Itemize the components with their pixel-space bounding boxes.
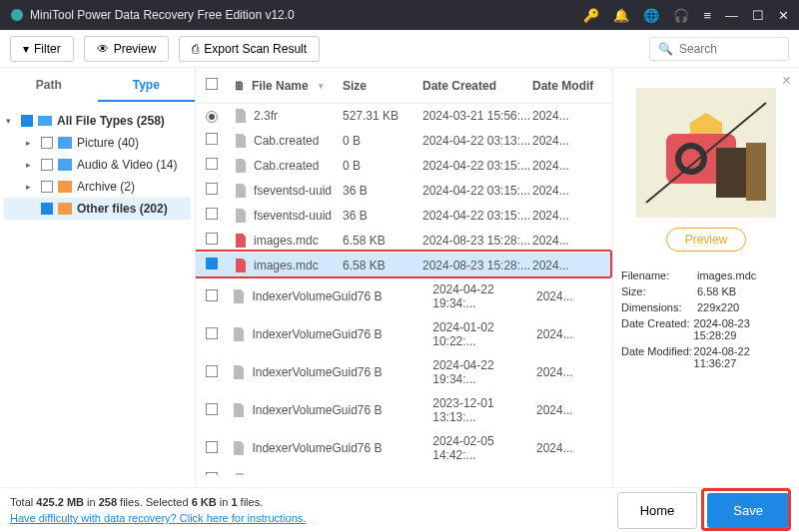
file-modified: 2024... xyxy=(532,159,602,173)
col-created[interactable]: Date Created xyxy=(422,79,532,93)
file-modified: 2024... xyxy=(536,365,602,379)
checkbox[interactable] xyxy=(206,365,218,377)
table-row[interactable]: Cab.created0 B2024-04-22 03:15:...2024..… xyxy=(196,153,612,178)
export-button[interactable]: ⎙ Export Scan Result xyxy=(179,36,320,62)
help-link[interactable]: Have difficulty with data recovery? Clic… xyxy=(10,512,306,524)
chevron-down-icon[interactable]: ▾ xyxy=(6,116,16,126)
checkbox[interactable] xyxy=(206,472,218,475)
checkbox[interactable] xyxy=(206,327,218,339)
file-icon xyxy=(232,403,246,417)
file-icon xyxy=(234,184,248,198)
tree-audio[interactable]: ▸ Audio & Video (14) xyxy=(4,154,191,176)
table-row[interactable]: images.mdc6.58 KB2024-08-23 15:28:...202… xyxy=(196,228,612,253)
export-label: Export Scan Result xyxy=(204,42,307,56)
chevron-right-icon[interactable]: ▸ xyxy=(26,182,36,192)
table-row[interactable]: IndexerVolumeGuid76 B2024-02-05 14:42:..… xyxy=(196,429,612,467)
checkbox[interactable] xyxy=(206,158,218,170)
checkbox[interactable] xyxy=(206,233,218,245)
sidebar: Path Type ▾ All File Types (258) ▸ Pictu… xyxy=(0,68,196,487)
file-modified: 2024... xyxy=(536,327,602,341)
file-created: 2024-01-02 10:22:... xyxy=(432,320,536,348)
file-icon xyxy=(234,159,248,173)
checkbox[interactable] xyxy=(206,403,218,415)
checkbox[interactable] xyxy=(41,137,53,149)
checkbox[interactable] xyxy=(206,441,218,453)
file-size: 36 B xyxy=(343,209,422,223)
file-name: IndexerVolumeGuid xyxy=(252,403,357,417)
minimize-icon[interactable]: — xyxy=(725,8,738,23)
meta-key: Size: xyxy=(621,285,697,297)
sort-indicator-icon[interactable]: ▾ xyxy=(319,81,324,91)
file-name: Cab.created xyxy=(254,134,319,148)
table-row[interactable]: IndexerVolumeGuid76 B2024-04-22 19:34:..… xyxy=(196,353,612,391)
table-row[interactable]: IndexerVolumeGuid76 B2024-01-02 10:22:..… xyxy=(196,315,612,353)
table-row[interactable]: fseventsd-uuid36 B2024-04-22 03:15:...20… xyxy=(196,178,612,203)
preview-button[interactable]: 👁 Preview xyxy=(84,36,170,62)
checkbox[interactable] xyxy=(206,183,218,195)
svg-point-0 xyxy=(11,9,23,21)
col-modif[interactable]: Date Modif xyxy=(532,79,602,93)
chevron-right-icon[interactable]: ▸ xyxy=(26,160,36,170)
file-icon xyxy=(232,441,246,455)
table-row[interactable]: fseventsd-uuid36 B2024-04-22 03:15:...20… xyxy=(196,203,612,228)
home-button[interactable]: Home xyxy=(617,492,698,529)
search-icon: 🔍 xyxy=(658,42,673,56)
table-row[interactable]: 2.3fr527.31 KB2024-03-21 15:56:...2024..… xyxy=(196,104,612,128)
close-icon[interactable]: ✕ xyxy=(778,8,789,23)
tree-picture[interactable]: ▸ Picture (40) xyxy=(4,132,191,154)
close-preview-icon[interactable]: × xyxy=(782,72,791,90)
archive-icon xyxy=(58,181,72,193)
chevron-right-icon[interactable]: ▸ xyxy=(26,138,36,148)
svg-rect-2 xyxy=(58,137,72,149)
key-icon[interactable]: 🔑 xyxy=(583,8,599,23)
checkbox[interactable] xyxy=(41,159,53,171)
meta-value: 6.58 KB xyxy=(697,285,736,297)
table-row[interactable]: IndexerVolumeGuid76 B2024-04-22 19:34:..… xyxy=(196,277,612,315)
col-name[interactable]: File Name xyxy=(252,79,309,93)
checkbox[interactable] xyxy=(41,181,53,193)
search-input[interactable] xyxy=(679,42,780,56)
checkbox[interactable] xyxy=(41,203,53,215)
checkbox[interactable] xyxy=(206,289,218,301)
table-row[interactable]: indexState28 B2024-04-22 03:13:...2024..… xyxy=(196,467,612,475)
tree-label: Picture (40) xyxy=(77,136,139,150)
tree-all-file-types[interactable]: ▾ All File Types (258) xyxy=(4,110,191,132)
meta-key: Date Modified: xyxy=(621,345,694,369)
checkbox[interactable] xyxy=(206,208,218,220)
bell-icon[interactable]: 🔔 xyxy=(613,8,629,23)
table-row[interactable]: IndexerVolumeGuid76 B2023-12-01 13:13:..… xyxy=(196,391,612,429)
tree-label: Other files (202) xyxy=(77,202,168,216)
maximize-icon[interactable]: ☐ xyxy=(752,8,764,23)
checkbox[interactable] xyxy=(21,115,33,127)
search-box[interactable]: 🔍 xyxy=(649,37,789,61)
file-icon xyxy=(234,234,248,248)
file-icon xyxy=(234,209,248,223)
globe-icon[interactable]: 🌐 xyxy=(643,8,659,23)
file-list-header: 🗎File Name▾ Size Date Created Date Modif xyxy=(196,68,612,104)
file-name: Cab.created xyxy=(254,159,319,173)
titlebar: MiniTool Power Data Recovery Free Editio… xyxy=(0,0,799,30)
filter-button[interactable]: ▾ Filter xyxy=(10,36,74,62)
checkbox[interactable] xyxy=(206,133,218,145)
file-icon xyxy=(232,327,246,341)
headset-icon[interactable]: 🎧 xyxy=(673,8,689,23)
tree-other-files[interactable]: Other files (202) xyxy=(4,198,191,220)
tab-type[interactable]: Type xyxy=(98,70,196,102)
file-icon xyxy=(234,259,248,272)
menu-icon[interactable]: ≡ xyxy=(703,8,711,23)
tree-archive[interactable]: ▸ Archive (2) xyxy=(4,176,191,198)
col-size[interactable]: Size xyxy=(343,79,422,93)
save-button[interactable]: Save xyxy=(707,493,789,528)
footer: Total 425.2 MB in 258 files. Selected 6 … xyxy=(0,487,799,532)
table-row[interactable]: images.mdc6.58 KB2024-08-23 15:28:...202… xyxy=(196,253,612,277)
table-row[interactable]: Cab.created0 B2024-04-22 03:13:...2024..… xyxy=(196,128,612,153)
tab-path[interactable]: Path xyxy=(0,70,98,102)
checkbox[interactable] xyxy=(206,258,218,269)
svg-rect-12 xyxy=(746,143,766,201)
preview-thumbnail xyxy=(636,88,776,218)
file-icon xyxy=(234,109,248,123)
file-created: 2024-08-23 15:28:... xyxy=(422,259,532,272)
file-name: IndexerVolumeGuid xyxy=(252,365,357,379)
select-all-checkbox[interactable] xyxy=(206,78,218,90)
preview-detail-button[interactable]: Preview xyxy=(666,228,747,252)
